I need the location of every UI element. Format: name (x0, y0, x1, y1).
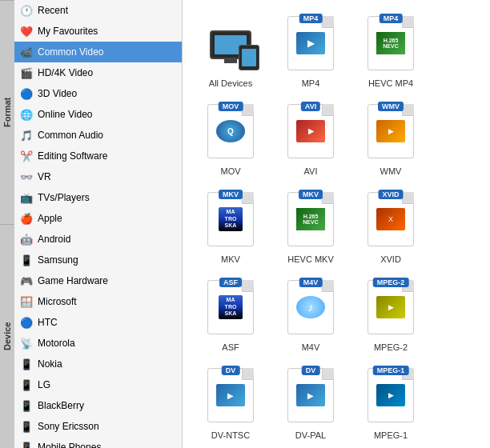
asf-file-icon: ASF MATROSKA (207, 280, 254, 334)
format-item-hevc-mp4[interactable]: MP4 H.265NEVC HEVC MP4 (355, 12, 427, 92)
asf-thumb: MATROSKA (208, 281, 253, 334)
sidebar-item-samsung[interactable]: 📱 Samsung (14, 250, 182, 270)
xvid-file-icon: XVID X (368, 192, 414, 246)
format-label-mkv: MKV (221, 254, 240, 264)
sidebar-item-favourites[interactable]: ❤️ My Favourites (14, 21, 182, 42)
sidebar-item-apple[interactable]: 🍎 Apple (14, 208, 182, 229)
sidebar-item-motorola[interactable]: 📡 Motorola (14, 333, 182, 354)
avi-icon-wrapper: AVI ▶ (282, 104, 339, 162)
all-devices-icon (202, 16, 259, 74)
sidebar-item-hd4k[interactable]: 🎬 HD/4K Video (14, 62, 182, 83)
format-item-hevc-mkv[interactable]: MKV H.265NEVC HEVC MKV (275, 188, 347, 268)
sidebar-item-label: HTC (38, 317, 58, 328)
dv-pal-icon-wrapper: DV ▶ (282, 368, 339, 426)
format-label-mpeg2: MPEG-2 (374, 342, 408, 352)
format-item-mp4[interactable]: MP4 ▶ MP4 (275, 12, 347, 92)
sidebar-item-nokia[interactable]: 📱 Nokia (14, 354, 182, 374)
format-label-m4v: M4V (302, 342, 320, 352)
format-item-all-devices[interactable]: All Devices (195, 12, 267, 92)
sidebar-item-mobile-phones[interactable]: 📱 Mobile Phones (14, 437, 182, 448)
sidebar-item-label: Common Audio (38, 130, 103, 141)
editing-icon: ✂️ (19, 149, 34, 163)
vr-icon: 👓 (19, 170, 34, 184)
main-content: All Devices MP4 ▶ MP4 MP4 H.265NEVC (183, 0, 490, 448)
sidebar-item-label: My Favourites (38, 26, 98, 37)
sidebar-item-3dvideo[interactable]: 🔵 3D Video (14, 83, 182, 104)
apple-icon: 🍎 (19, 211, 34, 226)
format-label-mov: MOV (220, 166, 240, 176)
sidebar-item-editing[interactable]: ✂️ Editing Software (14, 146, 182, 166)
mpeg2-badge: MPEG-2 (373, 278, 409, 287)
wmv-file-icon: WMV ▶ (368, 104, 414, 158)
mpeg1-badge: MPEG-1 (373, 366, 409, 375)
format-item-dv-pal[interactable]: DV ▶ DV-PAL (275, 364, 347, 444)
format-item-mkv[interactable]: MKV MATROSKA MKV (195, 188, 267, 268)
xvid-icon-wrapper: XVID X (362, 192, 420, 250)
mov-badge: MOV (219, 102, 243, 111)
dv-ntsc-icon-wrapper: DV ▶ (202, 368, 259, 426)
hd4k-icon: 🎬 (19, 66, 34, 80)
sidebar-item-lg[interactable]: 📱 LG (14, 374, 182, 395)
format-label-hevc-mp4: HEVC MP4 (368, 78, 413, 88)
sidebar-item-label: Sony Ericsson (38, 421, 99, 432)
wmv-badge: WMV (378, 102, 404, 111)
samsung-icon: 📱 (19, 253, 34, 267)
hevc-mp4-badge: MP4 (380, 14, 403, 23)
sidebar-item-label: Mobile Phones (38, 442, 101, 448)
format-label-dv-pal: DV-PAL (295, 430, 326, 440)
sidebar-item-microsoft[interactable]: 🪟 Microsoft (14, 291, 182, 312)
favourites-icon: ❤️ (19, 24, 34, 38)
android-icon: 🤖 (19, 232, 34, 246)
format-item-m4v[interactable]: M4V ♪ M4V (275, 276, 347, 356)
sidebar-item-vr[interactable]: 👓 VR (14, 166, 182, 187)
dv-ntsc-thumb: ▶ (208, 369, 253, 422)
asf-badge: ASF (219, 278, 242, 287)
format-label-all-devices: All Devices (209, 78, 252, 88)
hevc-mkv-icon-wrapper: MKV H.265NEVC (282, 192, 339, 250)
format-label-asf: ASF (222, 342, 239, 352)
sidebar-item-label: Recent (38, 5, 68, 16)
htc-icon: 🔵 (19, 315, 34, 330)
hevc-mp4-file-icon: MP4 H.265NEVC (368, 16, 414, 70)
sidebar-item-label: 3D Video (38, 88, 77, 99)
sidebar-item-android[interactable]: 🤖 Android (14, 229, 182, 250)
format-grid: All Devices MP4 ▶ MP4 MP4 H.265NEVC (191, 8, 482, 448)
side-labels: Format Device (0, 0, 14, 448)
hevc-mkv-thumb: H.265NEVC (288, 193, 333, 246)
sidebar-item-recent[interactable]: 🕐 Recent (14, 0, 182, 21)
sidebar-item-game[interactable]: 🎮 Game Hardware (14, 270, 182, 291)
format-item-dv-ntsc[interactable]: DV ▶ DV-NTSC (195, 364, 267, 444)
avi-file-icon: AVI ▶ (287, 104, 334, 158)
mov-file-icon: MOV Q (207, 104, 254, 158)
mkv-thumb: MATROSKA (208, 193, 253, 246)
hevc-mp4-thumb: H.265NEVC (368, 17, 413, 70)
avi-badge: AVI (301, 102, 320, 111)
sidebar-item-label: Android (38, 234, 70, 245)
xvid-thumb: X (368, 193, 413, 246)
sidebar-item-sony-ericsson[interactable]: 📱 Sony Ericsson (14, 416, 182, 437)
format-label-wmv: WMV (380, 166, 402, 176)
sidebar-item-online-video[interactable]: 🌐 Online Video (14, 104, 182, 125)
mp4-file-icon: MP4 ▶ (287, 16, 334, 70)
sidebar-item-common-audio[interactable]: 🎵 Common Audio (14, 125, 182, 146)
format-item-mpeg1[interactable]: MPEG-1 ▶ MPEG-1 (355, 364, 427, 444)
format-item-avi[interactable]: AVI ▶ AVI (275, 100, 347, 180)
sidebar-item-blackberry[interactable]: 📱 BlackBerry (14, 395, 182, 416)
wmv-icon-wrapper: WMV ▶ (362, 104, 420, 162)
common-video-icon: 📹 (19, 45, 34, 59)
format-item-wmv[interactable]: WMV ▶ WMV (355, 100, 427, 180)
format-item-asf[interactable]: ASF MATROSKA ASF (195, 276, 267, 356)
mpeg1-thumb: ▶ (368, 369, 413, 422)
format-item-xvid[interactable]: XVID X XVID (355, 188, 427, 268)
format-item-mpeg2[interactable]: MPEG-2 ▶ MPEG-2 (355, 276, 427, 356)
format-item-mov[interactable]: MOV Q MOV (195, 100, 267, 180)
m4v-file-icon: M4V ♪ (287, 280, 334, 334)
dv-ntsc-badge: DV (222, 366, 240, 375)
sidebar-item-htc[interactable]: 🔵 HTC (14, 312, 182, 333)
tablet-icon (239, 45, 259, 70)
mobile-phones-icon: 📱 (19, 440, 34, 448)
sidebar-item-common-video[interactable]: 📹 Common Video (14, 42, 182, 62)
sidebar-item-tvs[interactable]: 📺 TVs/Players (14, 187, 182, 208)
device-label: Device (0, 224, 14, 448)
sidebar-item-label: BlackBerry (38, 400, 84, 411)
